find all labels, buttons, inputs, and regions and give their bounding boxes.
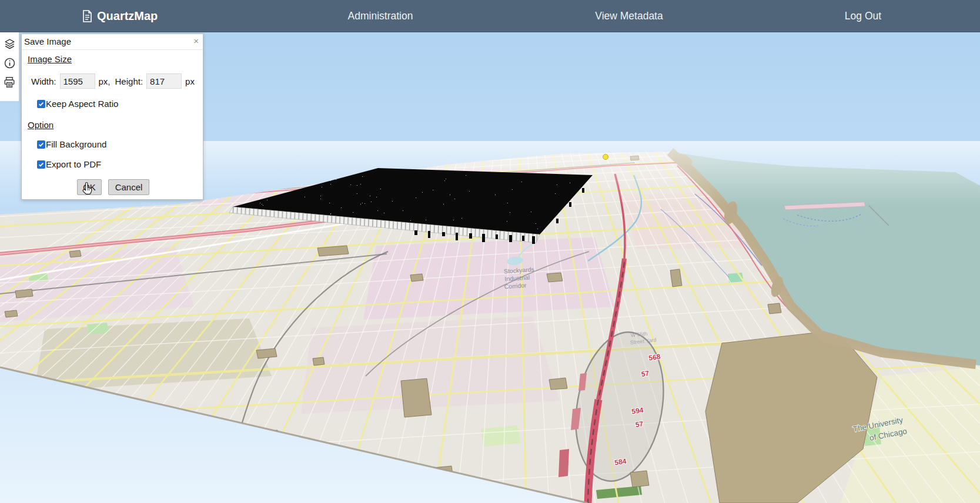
info-icon (4, 57, 16, 69)
fill-background-label: Fill Background (46, 139, 106, 149)
layers-icon (4, 38, 16, 50)
height-label: Height: (115, 76, 143, 86)
export-pdf-label: Export to PDF (46, 159, 101, 169)
svg-text:57: 57 (635, 420, 644, 429)
fill-background-checkbox[interactable] (37, 140, 45, 149)
dialog-buttons: OK Cancel (77, 179, 203, 195)
height-unit: px (185, 76, 195, 86)
image-size-heading: Image Size (28, 54, 72, 64)
option-heading: Option (28, 120, 53, 130)
cancel-button[interactable]: Cancel (108, 179, 149, 195)
svg-text:584: 584 (614, 457, 627, 467)
svg-text:594: 594 (631, 406, 644, 416)
brand[interactable]: QuartzMap (82, 0, 158, 32)
nav-administration[interactable]: Administration (348, 0, 413, 32)
dialog-close-icon[interactable]: × (193, 36, 199, 46)
print-tool-button[interactable] (2, 75, 16, 89)
check-icon (38, 142, 44, 147)
nav-view-metadata[interactable]: View Metadata (595, 0, 663, 32)
svg-text:568: 568 (648, 353, 661, 363)
layers-tool-button[interactable] (2, 36, 16, 51)
size-row: Width: px, Height: px (31, 73, 203, 89)
keep-aspect-row: Keep Aspect Ratio (37, 99, 203, 109)
map-marker[interactable] (603, 155, 608, 160)
print-icon (3, 76, 16, 89)
width-input[interactable] (60, 73, 95, 89)
height-input[interactable] (146, 73, 182, 89)
save-image-dialog: Save Image × Image Size Width: px, Heigh… (21, 33, 203, 200)
dialog-title: Save Image × (22, 34, 203, 50)
top-navbar: QuartzMap Administration View Metadata L… (0, 0, 980, 32)
dialog-title-text: Save Image (24, 36, 71, 46)
check-icon (38, 101, 44, 107)
width-unit: px, (99, 76, 111, 86)
keep-aspect-checkbox[interactable] (37, 100, 45, 108)
export-pdf-checkbox[interactable] (37, 160, 45, 169)
export-pdf-row: Export to PDF (37, 159, 203, 169)
document-icon (82, 10, 92, 22)
ok-button[interactable]: OK (77, 179, 102, 195)
nav-log-out[interactable]: Log Out (845, 0, 881, 32)
svg-text:57: 57 (641, 369, 650, 378)
keep-aspect-label: Keep Aspect Ratio (46, 99, 118, 109)
check-icon (38, 162, 44, 167)
width-label: Width: (31, 76, 56, 86)
fill-background-row: Fill Background (37, 139, 203, 149)
map-toolbar (0, 32, 19, 101)
identify-tool-button[interactable] (2, 56, 16, 70)
brand-label: QuartzMap (97, 9, 158, 23)
